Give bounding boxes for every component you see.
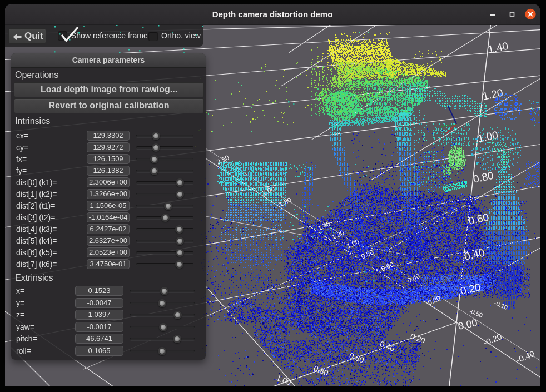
svg-text:1.20: 1.20 [482,87,504,102]
svg-text:1.00: 1.00 [345,237,360,250]
svg-text:0.20: 0.20 [409,331,426,345]
svg-text:0.40: 0.40 [379,339,396,353]
svg-text:-0.20: -0.20 [482,331,503,348]
svg-text:0.60: 0.60 [348,351,365,365]
svg-text:2.00: 2.00 [261,185,276,197]
svg-text:0.60: 0.60 [467,211,490,227]
svg-text:1.40: 1.40 [316,220,331,232]
svg-text:0.20: 0.20 [426,294,441,307]
svg-text:2.50: 2.50 [215,153,230,166]
svg-text:0.20: 0.20 [459,281,482,297]
svg-text:0.80: 0.80 [360,248,375,261]
svg-text:-0.10: -0.10 [493,300,509,311]
svg-text:0.00: 0.00 [457,317,478,332]
svg-text:0.40: 0.40 [406,272,421,285]
svg-text:-0.40: -0.40 [515,349,536,365]
svg-text:1.40: 1.40 [487,40,509,56]
svg-text:0.40: 0.40 [463,247,486,262]
svg-text:1.20: 1.20 [330,229,345,241]
svg-text:0.80: 0.80 [312,364,330,378]
svg-text:1.00: 1.00 [476,129,499,145]
svg-text:0.60: 0.60 [380,260,395,273]
svg-text:1.80: 1.80 [277,196,292,209]
svg-text:0.80: 0.80 [472,170,495,185]
svg-text:1.00: 1.00 [275,373,292,387]
